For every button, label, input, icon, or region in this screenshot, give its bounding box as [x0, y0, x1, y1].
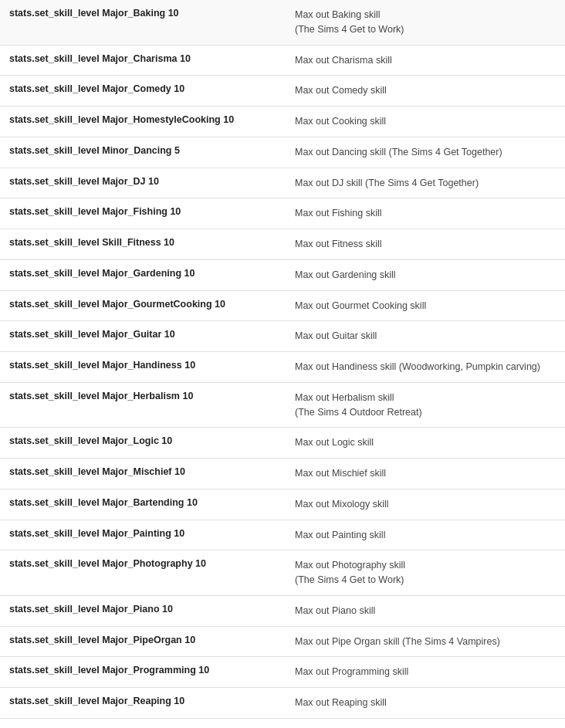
description-cell: Max out Pipe Organ skill (The Sims 4 Vam… — [286, 627, 565, 657]
command-cell: stats.set_skill_level Major_Comedy 10 — [0, 76, 286, 106]
table-row: stats.set_skill_level Major_Comedy 10Max… — [0, 76, 565, 107]
table-row: stats.set_skill_level Major_Fishing 10Ma… — [0, 198, 565, 229]
command-cell: stats.set_skill_level Major_Bartending 1… — [0, 489, 286, 520]
table-row: stats.set_skill_level Major_Mischief 10M… — [0, 459, 565, 489]
description-cell: Max out Piano skill — [286, 596, 565, 626]
command-cell: stats.set_skill_level Major_Guitar 10 — [0, 321, 286, 351]
table-row: stats.set_skill_level Major_Handiness 10… — [0, 352, 565, 383]
command-cell: stats.set_skill_level Major_Photography … — [0, 550, 286, 595]
command-cell: stats.set_skill_level Major_GourmetCooki… — [0, 291, 286, 321]
table-row: stats.set_skill_level Major_Logic 10Max … — [0, 428, 565, 459]
description-cell: Max out Fishing skill — [286, 198, 565, 229]
skills-table: stats.set_skill_level Major_Baking 10Max… — [0, 0, 565, 728]
table-row: stats.set_skill_level Major_Painting 10M… — [0, 520, 565, 551]
description-cell: Max out DJ skill (The Sims 4 Get Togethe… — [286, 168, 565, 198]
description-cell: Max out Charisma skill — [286, 46, 565, 76]
table-row: stats.set_skill_level Skill_Fitness 10Ma… — [0, 229, 565, 260]
description-cell: Max out Mischief skill — [286, 459, 565, 489]
table-row: stats.set_skill_level Major_PipeOrgan 10… — [0, 627, 565, 658]
table-row: stats.set_skill_level Major_GourmetCooki… — [0, 291, 565, 322]
table-row: stats.set_skill_level Major_Photography … — [0, 550, 565, 596]
command-cell: stats.set_skill_level Major_Mischief 10 — [0, 459, 286, 489]
description-cell: Max out Mixology skill — [286, 489, 565, 520]
command-cell: stats.set_skill_level Major_DJ 10 — [0, 168, 286, 198]
description-cell: Max out Photography skill(The Sims 4 Get… — [286, 550, 565, 595]
table-row: stats.set_skill_level Minor_Dancing 5Max… — [0, 137, 565, 168]
description-cell: Max out Baking skill(The Sims 4 Get to W… — [286, 0, 565, 45]
table-row: stats.set_skill_level Major_Gardening 10… — [0, 260, 565, 291]
command-cell: stats.set_skill_level Major_Reaping 10 — [0, 688, 286, 718]
table-row: stats.set_skill_level Major_Programming … — [0, 657, 565, 688]
command-cell: stats.set_skill_level Major_Gardening 10 — [0, 260, 286, 290]
table-row: stats.set_skill_level Major_DJ 10Max out… — [0, 168, 565, 199]
command-cell: stats.set_skill_level Major_Herbalism 10 — [0, 383, 286, 428]
description-cell: Max out Fitness skill — [286, 229, 565, 259]
table-row: stats.set_skill_level Major_HomestyleCoo… — [0, 107, 565, 137]
description-cell: Max out Gardening skill — [286, 260, 565, 290]
description-cell: Max out Cooking skill — [286, 107, 565, 137]
command-cell: stats.set_skill_level Minor_Dancing 5 — [0, 137, 286, 168]
table-row: stats.set_skill_level Major_Bartending 1… — [0, 489, 565, 520]
description-cell: Max out Painting skill — [286, 520, 565, 550]
description-cell: Max out Rocket Science skill — [286, 719, 565, 728]
command-cell: stats.set_skill_level Major_Baking 10 — [0, 0, 286, 45]
command-cell: stats.set_skill_level Major_RocketScienc… — [0, 719, 286, 728]
command-cell: stats.set_skill_level Skill_Fitness 10 — [0, 229, 286, 259]
command-cell: stats.set_skill_level Major_PipeOrgan 10 — [0, 627, 286, 657]
description-cell: Max out Gourmet Cooking skill — [286, 291, 565, 321]
command-cell: stats.set_skill_level Major_Charisma 10 — [0, 46, 286, 76]
table-row: stats.set_skill_level Major_Piano 10Max … — [0, 596, 565, 627]
description-cell: Max out Handiness skill (Woodworking, Pu… — [286, 352, 565, 382]
command-cell: stats.set_skill_level Major_HomestyleCoo… — [0, 107, 286, 137]
description-cell: Max out Dancing skill (The Sims 4 Get To… — [286, 137, 565, 168]
command-cell: stats.set_skill_level Major_Piano 10 — [0, 596, 286, 626]
description-cell: Max out Logic skill — [286, 428, 565, 458]
table-row: stats.set_skill_level Major_Guitar 10Max… — [0, 321, 565, 352]
description-cell: Max out Herbalism skill(The Sims 4 Outdo… — [286, 383, 565, 428]
command-cell: stats.set_skill_level Major_Logic 10 — [0, 428, 286, 458]
description-cell: Max out Programming skill — [286, 657, 565, 687]
description-cell: Max out Guitar skill — [286, 321, 565, 351]
command-cell: stats.set_skill_level Major_Painting 10 — [0, 520, 286, 550]
table-row: stats.set_skill_level Major_Herbalism 10… — [0, 383, 565, 428]
table-row: stats.set_skill_level Major_Baking 10Max… — [0, 0, 565, 46]
table-row: stats.set_skill_level Major_Charisma 10M… — [0, 46, 565, 76]
table-row: stats.set_skill_level Major_Reaping 10Ma… — [0, 688, 565, 719]
command-cell: stats.set_skill_level Major_Fishing 10 — [0, 198, 286, 229]
description-cell: Max out Reaping skill — [286, 688, 565, 718]
table-row: stats.set_skill_level Major_RocketScienc… — [0, 719, 565, 728]
command-cell: stats.set_skill_level Major_Handiness 10 — [0, 352, 286, 382]
description-cell: Max out Comedy skill — [286, 76, 565, 106]
command-cell: stats.set_skill_level Major_Programming … — [0, 657, 286, 687]
